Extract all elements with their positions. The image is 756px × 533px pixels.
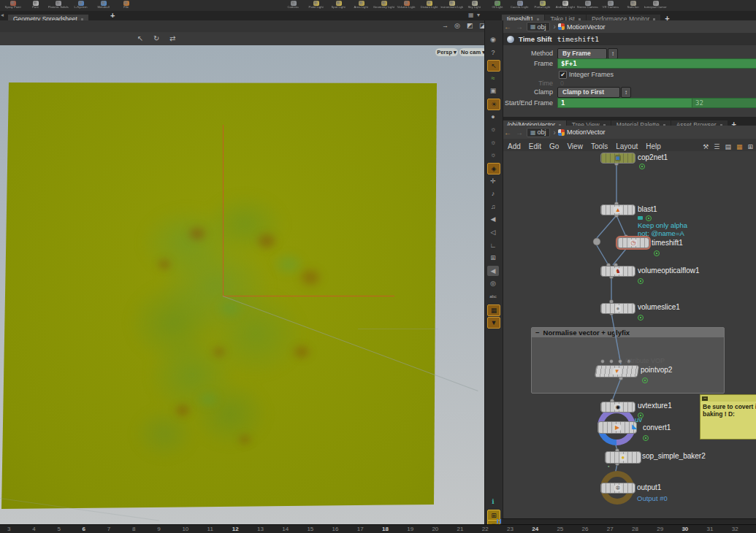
grid-layout-icon[interactable]: ⊞: [747, 143, 753, 150]
node-sop-simple-baker2[interactable]: ●: [605, 451, 641, 464]
frame-13[interactable]: 13: [257, 526, 264, 532]
frame-3[interactable]: 3: [7, 526, 10, 532]
shelf-tool-file[interactable]: File: [115, 0, 137, 11]
menu-go[interactable]: Go: [549, 142, 559, 150]
net-breadcrumb-obj[interactable]: ▦obj: [527, 128, 550, 137]
blast-comment-badge[interactable]: [638, 216, 643, 220]
node-label-volumeopticalflow1[interactable]: volumeopticalflow1: [638, 266, 700, 275]
perspective-menu[interactable]: Persp ▾: [435, 48, 458, 56]
frame-17[interactable]: 17: [357, 526, 364, 532]
frame-26[interactable]: 26: [582, 526, 589, 532]
shelf-tool-stereo-camera[interactable]: Stereo Camera: [576, 0, 599, 11]
opticalflow-flag-badge[interactable]: [638, 278, 644, 284]
pane-split-icon[interactable]: ▾: [477, 12, 480, 18]
frame-31[interactable]: 31: [707, 526, 714, 532]
snap-gravity-icon[interactable]: ≈: [487, 73, 499, 83]
frame-11[interactable]: 11: [207, 526, 213, 532]
blast-flag-badge[interactable]: [646, 215, 652, 221]
frame-20[interactable]: 20: [432, 526, 438, 532]
select-region-icon[interactable]: ⊞: [487, 253, 499, 263]
node-label-volumeslice1[interactable]: volumeslice1: [638, 303, 680, 311]
frame-7[interactable]: 7: [107, 526, 110, 532]
menu-view[interactable]: View: [567, 142, 583, 150]
shelf-tool-volume-light[interactable]: Volume Light: [395, 0, 418, 11]
menu-layout[interactable]: Layout: [616, 142, 638, 150]
pan-hand-icon[interactable]: ✛: [487, 176, 499, 186]
network-editor[interactable]: − Normalise vector + uglyfix: [502, 151, 756, 518]
cube-icon[interactable]: ◩: [467, 22, 473, 29]
area-light-icon[interactable]: ☼: [487, 150, 499, 160]
shelf-tool-vr-camera[interactable]: VR Camera: [599, 0, 622, 11]
breadcrumb-obj[interactable]: ▦obj: [527, 22, 550, 31]
node-label-convert1[interactable]: convert1: [643, 423, 671, 432]
spot-light-icon[interactable]: ☼: [487, 137, 499, 147]
corner-ruler-icon[interactable]: ∟: [487, 240, 499, 250]
pin-icon[interactable]: →: [442, 22, 448, 29]
keyframe-icon[interactable]: ♪: [487, 188, 499, 199]
frame-25[interactable]: 25: [557, 526, 563, 532]
snap-point-icon[interactable]: ▼: [487, 317, 500, 329]
menu-tools[interactable]: Tools: [591, 142, 608, 150]
frame-24[interactable]: 24: [532, 526, 538, 532]
shelf-tool-camera[interactable]: Camera: [282, 0, 305, 11]
tab-scroll-left-icon[interactable]: ◂: [1, 12, 4, 18]
sticky-minimize-icon[interactable]: −: [702, 396, 708, 401]
menu-add[interactable]: Add: [508, 142, 521, 150]
method-dropdown[interactable]: By Frame: [557, 48, 607, 59]
frame-30[interactable]: 30: [681, 526, 688, 532]
customize-wrench-icon[interactable]: ⚒: [703, 143, 709, 150]
shelf-tool-metaball[interactable]: Metaball: [92, 0, 115, 11]
frame-10[interactable]: 10: [182, 526, 188, 532]
net-forward-arrow-icon[interactable]: →: [516, 129, 523, 137]
playbar-marker[interactable]: [497, 519, 498, 524]
shelf-tool-portal-light[interactable]: Portal Light: [531, 0, 554, 11]
frame-field[interactable]: $F+1: [557, 58, 756, 69]
convert-flag-badge[interactable]: [643, 435, 649, 441]
back-arrow-icon[interactable]: ←: [504, 23, 511, 31]
frame-14[interactable]: 14: [282, 526, 289, 532]
shelf-tool-platonic-solids[interactable]: Platonic Solids: [47, 0, 69, 11]
frame-27[interactable]: 27: [607, 526, 614, 532]
keyframe2-icon[interactable]: ♫: [487, 202, 499, 212]
frame-4[interactable]: 4: [32, 526, 35, 532]
shelf-tool-geometry-light[interactable]: Geometry Light: [373, 0, 395, 11]
node-blast1[interactable]: ▲: [600, 204, 635, 215]
speaker-icon[interactable]: ◀: [487, 214, 499, 224]
cop2net-flag-badge[interactable]: [639, 164, 645, 169]
net-back-arrow-icon[interactable]: ←: [504, 129, 511, 137]
shelf-tool-distant-light[interactable]: Distant Light: [418, 0, 440, 11]
info-icon[interactable]: ℹ: [487, 496, 499, 507]
shelf-tool-spot-light[interactable]: Spot Light: [327, 0, 350, 11]
shelf-tool-caustic-light[interactable]: Caustic Light: [508, 0, 531, 11]
breadcrumb-node[interactable]: MotionVector: [558, 23, 606, 31]
view-layout-icon[interactable]: ◉: [487, 34, 499, 45]
node-label-pointvop2[interactable]: pointvop2: [641, 366, 672, 374]
frame-23[interactable]: 23: [507, 526, 513, 532]
frame-28[interactable]: 28: [632, 526, 638, 532]
abc-icon[interactable]: abc: [487, 291, 499, 302]
frame-16[interactable]: 16: [332, 526, 339, 532]
frame-15[interactable]: 15: [307, 526, 313, 532]
node-volumeopticalflow1[interactable]: ♞: [600, 266, 635, 277]
material-sphere-icon[interactable]: ●: [487, 112, 499, 122]
frame-6[interactable]: 6: [83, 526, 85, 532]
add-tab-button-left[interactable]: +: [107, 11, 118, 20]
node-label-cop2net1[interactable]: cop2net1: [638, 153, 668, 161]
timeshift-flag-badge[interactable]: [654, 250, 660, 256]
pointvop-flag-badge[interactable]: [642, 377, 648, 383]
clamp-dropdown[interactable]: Clamp to First: [557, 87, 620, 98]
frame-32[interactable]: 32: [732, 526, 738, 532]
frame-9[interactable]: 9: [157, 526, 160, 532]
playbar-marker2[interactable]: [500, 519, 501, 524]
point-light-icon[interactable]: ☼: [487, 124, 499, 134]
end-frame-field[interactable]: 32: [692, 98, 756, 108]
move-icon[interactable]: ⇄: [169, 34, 175, 42]
node-label-uvtexture1[interactable]: uvtexture1: [638, 402, 672, 410]
node-output1[interactable]: ❊: [600, 483, 635, 494]
node-volumeslice1[interactable]: ●: [600, 303, 635, 314]
method-spinner[interactable]: ↕: [608, 48, 618, 59]
menu-edit[interactable]: Edit: [529, 142, 541, 150]
node-timeshift1-selected[interactable]: ◷: [617, 237, 649, 248]
shelf-tool-environment-light[interactable]: Environment Light: [440, 0, 463, 11]
shelf-tool-point-light[interactable]: Point Light: [305, 0, 327, 11]
